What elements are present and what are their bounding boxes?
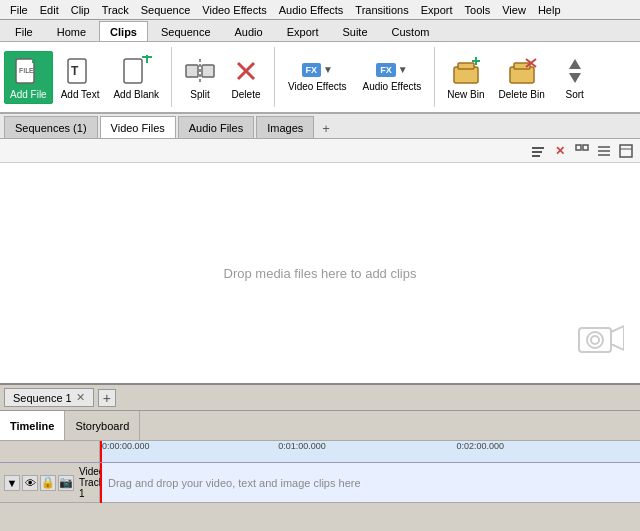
tab-video-files[interactable]: Video Files (100, 116, 176, 138)
delete-label: Delete (232, 89, 261, 100)
video-effects-label: Video Effects (288, 81, 347, 92)
add-blank-icon (120, 55, 152, 87)
video-fx-badge: FX (302, 63, 322, 77)
ribbon-toolbar: FILE Add File T Add Text Add Blank (0, 42, 640, 114)
tab-audio[interactable]: Audio (224, 21, 274, 41)
track-icon-camera[interactable]: 📷 (58, 475, 74, 491)
menu-edit[interactable]: Edit (34, 2, 65, 18)
separator-2 (274, 47, 275, 107)
view-btn-1[interactable] (528, 141, 548, 161)
separator-1 (171, 47, 172, 107)
timeline-tabs: Sequence 1 ✕ + (0, 385, 640, 411)
audio-fx-badge: FX (376, 63, 396, 77)
tab-clips[interactable]: Clips (99, 21, 148, 41)
tab-audio-files[interactable]: Audio Files (178, 116, 254, 138)
track-drop-text: Drag and drop your video, text and image… (108, 477, 361, 489)
tab-export[interactable]: Export (276, 21, 330, 41)
tab-sequence[interactable]: Sequence (150, 21, 222, 41)
add-file-label: Add File (10, 89, 47, 100)
add-text-button[interactable]: T Add Text (55, 51, 106, 104)
new-bin-label: New Bin (447, 89, 484, 100)
audio-effects-dropdown-arrow: ▼ (398, 64, 408, 75)
audio-effects-button[interactable]: FX ▼ Audio Effects (356, 58, 429, 97)
timeline-section: Sequence 1 ✕ + Timeline Storyboard 0:00:… (0, 383, 640, 503)
svg-rect-10 (202, 65, 214, 77)
svg-rect-32 (620, 145, 632, 157)
new-bin-icon (450, 55, 482, 87)
delete-button[interactable]: Delete (224, 51, 268, 104)
video-effects-button[interactable]: FX ▼ Video Effects (281, 58, 354, 97)
track-icon-lock[interactable]: 🔒 (40, 475, 56, 491)
track-content[interactable]: Drag and drop your video, text and image… (100, 463, 640, 503)
svg-rect-9 (186, 65, 198, 77)
timeline-body: 0:00:00.000 0:01:00.000 0:02:00.000 ▼ 👁 … (0, 441, 640, 503)
menu-help[interactable]: Help (532, 2, 567, 18)
view-btn-2[interactable] (572, 141, 592, 161)
add-sequence-button[interactable]: + (98, 389, 116, 407)
svg-rect-25 (532, 151, 542, 153)
menu-export[interactable]: Export (415, 2, 459, 18)
tab-home[interactable]: Home (46, 21, 97, 41)
add-blank-label: Add Blank (113, 89, 159, 100)
svg-rect-24 (532, 147, 544, 149)
add-file-button[interactable]: FILE Add File (4, 51, 53, 104)
playhead-line (100, 463, 102, 503)
timeline-view-button[interactable]: Timeline (0, 411, 65, 440)
ruler-mark-2: 0:02:00.000 (456, 441, 504, 451)
view-btn-details[interactable] (616, 141, 636, 161)
menu-video-effects[interactable]: Video Effects (196, 2, 272, 18)
split-label: Split (190, 89, 209, 100)
view-btn-list[interactable] (594, 141, 614, 161)
menu-clip[interactable]: Clip (65, 2, 96, 18)
delete-bin-button[interactable]: Delete Bin (493, 51, 551, 104)
menu-bar: File Edit Clip Track Sequence Video Effe… (0, 0, 640, 20)
track-icon-collapse[interactable]: ▼ (4, 475, 20, 491)
delete-bin-icon (506, 55, 538, 87)
add-text-label: Add Text (61, 89, 100, 100)
add-text-icon: T (64, 55, 96, 87)
svg-marker-23 (569, 73, 581, 83)
view-toolbar: ✕ (0, 139, 640, 163)
sort-icon (559, 55, 591, 87)
storyboard-view-button[interactable]: Storyboard (65, 411, 140, 440)
timeline-track-row: ▼ 👁 🔒 📷 Video Track 1 Drag and drop your… (0, 463, 640, 503)
menu-sequence[interactable]: Sequence (135, 2, 197, 18)
new-bin-button[interactable]: New Bin (441, 51, 490, 104)
track-label: ▼ 👁 🔒 📷 Video Track 1 (0, 463, 100, 503)
track-icons: ▼ 👁 🔒 📷 (4, 475, 74, 491)
media-drop-area: Drop media files here to add clips (0, 163, 640, 383)
track-icon-eye[interactable]: 👁 (22, 475, 38, 491)
svg-marker-22 (569, 59, 581, 69)
svg-text:T: T (71, 64, 79, 78)
menu-audio-effects[interactable]: Audio Effects (273, 2, 350, 18)
menu-view[interactable]: View (496, 2, 532, 18)
view-btn-close[interactable]: ✕ (550, 141, 570, 161)
svg-rect-6 (124, 59, 142, 83)
separator-3 (434, 47, 435, 107)
menu-transitions[interactable]: Transitions (349, 2, 414, 18)
svg-rect-26 (532, 155, 540, 157)
ruler-mark-0: 0:00:00.000 (102, 441, 150, 451)
svg-rect-28 (583, 145, 588, 150)
sort-button[interactable]: Sort (553, 51, 597, 104)
menu-track[interactable]: Track (96, 2, 135, 18)
add-blank-button[interactable]: Add Blank (107, 51, 165, 104)
tab-suite[interactable]: Suite (331, 21, 378, 41)
tab-custom[interactable]: Custom (381, 21, 441, 41)
sequence-tab-close[interactable]: ✕ (76, 391, 85, 404)
menu-file[interactable]: File (4, 2, 34, 18)
sort-label: Sort (566, 89, 584, 100)
tab-images[interactable]: Images (256, 116, 314, 138)
add-tab-button[interactable]: + (316, 119, 336, 138)
tab-file[interactable]: File (4, 21, 44, 41)
delete-bin-label: Delete Bin (499, 89, 545, 100)
sequence-tab[interactable]: Sequence 1 ✕ (4, 388, 94, 407)
content-tabs: Sequences (1) Video Files Audio Files Im… (0, 114, 640, 139)
tab-sequences[interactable]: Sequences (1) (4, 116, 98, 138)
audio-effects-label: Audio Effects (363, 81, 422, 92)
split-button[interactable]: Split (178, 51, 222, 104)
menu-tools[interactable]: Tools (459, 2, 497, 18)
svg-text:FILE: FILE (19, 67, 34, 74)
drop-text: Drop media files here to add clips (224, 266, 417, 281)
playhead-line-ruler (100, 441, 102, 462)
